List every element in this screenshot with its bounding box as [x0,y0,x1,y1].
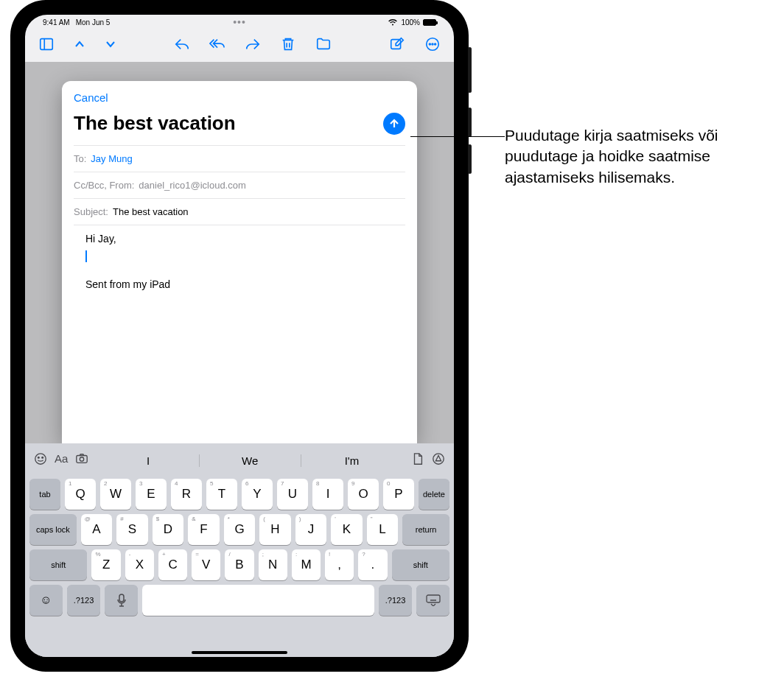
suggestion-2[interactable]: We [199,454,301,467]
svg-point-8 [35,454,46,464]
suggestion-1[interactable]: I [97,454,198,467]
subject-value[interactable]: The best vacation [113,206,189,217]
sidebar-toggle-icon[interactable] [38,36,55,55]
key-t[interactable]: 5T [206,479,237,510]
to-label: To: [74,153,86,164]
subject-label: Subject: [74,206,108,217]
volume-up-button [468,108,472,137]
key-n[interactable]: ;N [259,549,287,580]
ipad-device-frame: 9:41 AM Mon Jun 5 ••• 100% [10,0,469,672]
key-u[interactable]: 7U [277,479,308,510]
key-tab[interactable]: tab [29,479,60,510]
multitask-indicator-icon[interactable]: ••• [233,16,246,28]
from-value: daniel_rico1@icloud.com [139,180,245,191]
key-v[interactable]: =V [192,549,220,580]
key-s[interactable]: #S [116,514,148,545]
key-return[interactable]: return [402,514,449,545]
move-folder-icon[interactable] [315,36,332,55]
key-w[interactable]: 2W [100,479,131,510]
key-row-3: shift %Z -X +C =V /B ;N :M !, ?. shift [28,549,451,580]
key-h[interactable]: (H [259,514,291,545]
camera-scan-icon[interactable] [75,452,88,468]
key-i[interactable]: 8I [312,479,343,510]
key-space[interactable] [142,585,374,616]
key-b[interactable]: /B [225,549,253,580]
home-indicator[interactable] [192,651,287,654]
svg-rect-0 [41,39,53,50]
svg-point-10 [42,457,43,458]
svg-point-4 [429,43,430,45]
key-y[interactable]: 6Y [242,479,273,510]
subject-field[interactable]: Subject: The best vacation [74,198,405,225]
forward-icon[interactable] [245,36,261,55]
svg-point-9 [38,457,39,458]
key-emoji[interactable]: ☺ [29,585,63,616]
key-dictation[interactable] [105,585,138,616]
status-time: 9:41 AM [43,18,70,27]
key-l[interactable]: "L [367,514,399,545]
power-button [468,47,472,93]
key-delete[interactable]: delete [419,479,449,510]
battery-percent: 100% [401,18,420,27]
onscreen-keyboard: Aa I We I'm tab 1Q 2W 3E 4R 5 [25,443,454,657]
svg-point-5 [432,43,433,45]
key-e[interactable]: 3E [136,479,167,510]
next-message-icon[interactable] [105,38,116,53]
suggestion-bar: Aa I We I'm [28,446,451,474]
svg-rect-15 [427,595,440,602]
compose-icon[interactable] [389,36,405,55]
ipad-screen: 9:41 AM Mon Jun 5 ••• 100% [25,15,454,657]
key-j[interactable]: )J [295,514,327,545]
to-field[interactable]: To: Jay Mung [74,145,405,172]
to-recipient[interactable]: Jay Mung [91,153,132,164]
key-z[interactable]: %Z [91,549,120,580]
signature: Sent from my iPad [85,278,393,290]
key-c[interactable]: +C [158,549,187,580]
ccbcc-from-field[interactable]: Cc/Bcc, From: daniel_rico1@icloud.com [74,172,405,198]
more-menu-icon[interactable] [424,36,441,55]
key-k[interactable]: 'K [331,514,363,545]
key-r[interactable]: 4R [171,479,202,510]
text-cursor [85,250,87,262]
key-capslock[interactable]: caps lock [29,514,77,545]
suggestion-3[interactable]: I'm [301,454,402,467]
key-o[interactable]: 9O [348,479,379,510]
key-x[interactable]: -X [125,549,154,580]
key-a[interactable]: @A [81,514,113,545]
battery-icon [423,19,436,26]
document-scan-icon[interactable] [411,452,424,468]
key-f[interactable]: &F [188,514,220,545]
svg-rect-14 [119,594,124,602]
text-format-icon[interactable]: Aa [55,452,68,468]
callout-leader-line [410,136,505,137]
callout-text: Puudutage kirja saatmiseks või puudutage… [505,125,777,188]
reply-icon[interactable] [174,36,190,55]
key-m[interactable]: :M [292,549,321,580]
key-row-1: tab 1Q 2W 3E 4R 5T 6Y 7U 8I 9O 0P delete [28,479,451,510]
key-row-4: ☺ .?123 .?123 [28,585,451,616]
key-p[interactable]: 0P [383,479,414,510]
trash-icon[interactable] [280,36,296,55]
key-q[interactable]: 1Q [65,479,96,510]
cancel-button[interactable]: Cancel [74,91,108,104]
key-period[interactable]: ?. [358,549,387,580]
compose-sheet: Cancel The best vacation To: Jay Mung Cc… [62,81,417,443]
key-numeric-right[interactable]: .?123 [379,585,412,616]
key-comma[interactable]: !, [325,549,354,580]
reply-all-icon[interactable] [209,36,225,55]
key-d[interactable]: $D [153,514,184,545]
mail-toolbar [25,29,454,62]
send-button[interactable] [383,113,405,135]
sticker-icon[interactable] [34,452,47,468]
key-shift-left[interactable]: shift [29,549,87,580]
previous-message-icon[interactable] [74,38,85,53]
message-body[interactable]: Hi Jay, Sent from my iPad [74,225,405,443]
key-numeric-left[interactable]: .?123 [67,585,100,616]
volume-down-button [468,144,472,174]
key-row-2: caps lock @A #S $D &F *G (H )J 'K "L ret… [28,514,451,545]
key-g[interactable]: *G [224,514,256,545]
key-hide-keyboard[interactable] [416,585,449,616]
markup-icon[interactable] [432,452,445,468]
svg-point-12 [80,457,84,461]
key-shift-right[interactable]: shift [392,549,449,580]
